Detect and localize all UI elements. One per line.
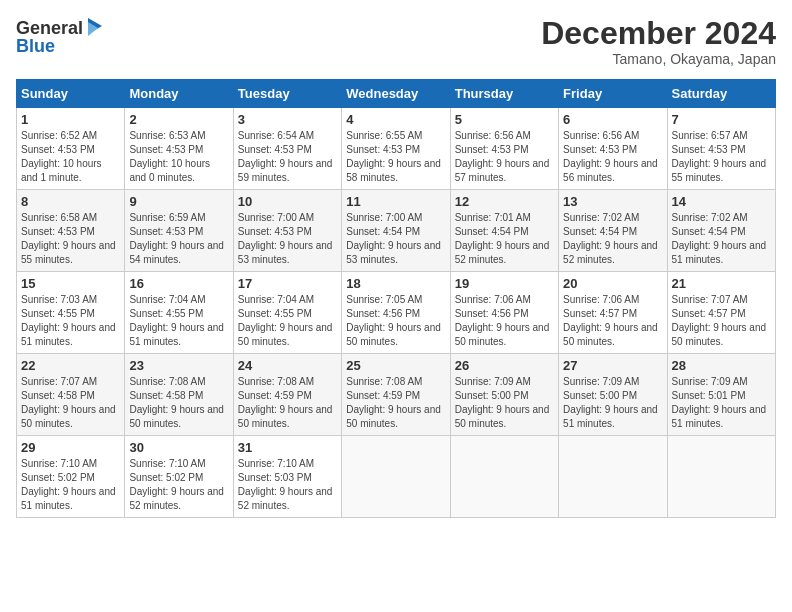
daylight-text: Daylight: 9 hours and 50 minutes. xyxy=(238,403,337,431)
sunset-text: Sunset: 4:54 PM xyxy=(455,225,554,239)
sunrise-text: Sunrise: 7:09 AM xyxy=(672,375,771,389)
day-number: 9 xyxy=(129,194,228,209)
sunset-text: Sunset: 4:54 PM xyxy=(346,225,445,239)
calendar-table: SundayMondayTuesdayWednesdayThursdayFrid… xyxy=(16,79,776,518)
sunset-text: Sunset: 4:56 PM xyxy=(455,307,554,321)
sunset-text: Sunset: 4:53 PM xyxy=(21,225,120,239)
day-number: 29 xyxy=(21,440,120,455)
sunset-text: Sunset: 4:59 PM xyxy=(346,389,445,403)
daylight-text: Daylight: 9 hours and 53 minutes. xyxy=(346,239,445,267)
calendar-cell: 19Sunrise: 7:06 AMSunset: 4:56 PMDayligh… xyxy=(450,272,558,354)
day-detail: Sunrise: 7:02 AMSunset: 4:54 PMDaylight:… xyxy=(563,211,662,267)
sunrise-text: Sunrise: 6:55 AM xyxy=(346,129,445,143)
day-number: 15 xyxy=(21,276,120,291)
sunrise-text: Sunrise: 6:56 AM xyxy=(455,129,554,143)
calendar-week-2: 8Sunrise: 6:58 AMSunset: 4:53 PMDaylight… xyxy=(17,190,776,272)
daylight-text: Daylight: 9 hours and 50 minutes. xyxy=(21,403,120,431)
calendar-cell: 6Sunrise: 6:56 AMSunset: 4:53 PMDaylight… xyxy=(559,108,667,190)
calendar-cell: 25Sunrise: 7:08 AMSunset: 4:59 PMDayligh… xyxy=(342,354,450,436)
day-detail: Sunrise: 6:55 AMSunset: 4:53 PMDaylight:… xyxy=(346,129,445,185)
page-title: December 2024 xyxy=(541,16,776,51)
sunrise-text: Sunrise: 7:02 AM xyxy=(563,211,662,225)
sunset-text: Sunset: 4:53 PM xyxy=(129,143,228,157)
day-detail: Sunrise: 7:02 AMSunset: 4:54 PMDaylight:… xyxy=(672,211,771,267)
calendar-cell: 20Sunrise: 7:06 AMSunset: 4:57 PMDayligh… xyxy=(559,272,667,354)
calendar-cell: 9Sunrise: 6:59 AMSunset: 4:53 PMDaylight… xyxy=(125,190,233,272)
sunrise-text: Sunrise: 6:59 AM xyxy=(129,211,228,225)
sunset-text: Sunset: 4:53 PM xyxy=(129,225,228,239)
calendar-cell xyxy=(450,436,558,518)
day-detail: Sunrise: 7:00 AMSunset: 4:53 PMDaylight:… xyxy=(238,211,337,267)
day-detail: Sunrise: 7:00 AMSunset: 4:54 PMDaylight:… xyxy=(346,211,445,267)
sunrise-text: Sunrise: 7:08 AM xyxy=(346,375,445,389)
day-detail: Sunrise: 7:09 AMSunset: 5:00 PMDaylight:… xyxy=(563,375,662,431)
calendar-cell: 3Sunrise: 6:54 AMSunset: 4:53 PMDaylight… xyxy=(233,108,341,190)
day-number: 17 xyxy=(238,276,337,291)
sunrise-text: Sunrise: 7:05 AM xyxy=(346,293,445,307)
calendar-cell: 22Sunrise: 7:07 AMSunset: 4:58 PMDayligh… xyxy=(17,354,125,436)
day-number: 5 xyxy=(455,112,554,127)
daylight-text: Daylight: 9 hours and 50 minutes. xyxy=(346,321,445,349)
calendar-cell: 5Sunrise: 6:56 AMSunset: 4:53 PMDaylight… xyxy=(450,108,558,190)
daylight-text: Daylight: 9 hours and 51 minutes. xyxy=(672,403,771,431)
sunrise-text: Sunrise: 7:06 AM xyxy=(455,293,554,307)
calendar-cell: 15Sunrise: 7:03 AMSunset: 4:55 PMDayligh… xyxy=(17,272,125,354)
calendar-week-4: 22Sunrise: 7:07 AMSunset: 4:58 PMDayligh… xyxy=(17,354,776,436)
sunset-text: Sunset: 5:01 PM xyxy=(672,389,771,403)
daylight-text: Daylight: 9 hours and 53 minutes. xyxy=(238,239,337,267)
sunset-text: Sunset: 4:53 PM xyxy=(346,143,445,157)
day-number: 2 xyxy=(129,112,228,127)
day-number: 26 xyxy=(455,358,554,373)
sunrise-text: Sunrise: 7:10 AM xyxy=(21,457,120,471)
daylight-text: Daylight: 9 hours and 58 minutes. xyxy=(346,157,445,185)
day-number: 27 xyxy=(563,358,662,373)
calendar-cell: 4Sunrise: 6:55 AMSunset: 4:53 PMDaylight… xyxy=(342,108,450,190)
calendar-cell: 7Sunrise: 6:57 AMSunset: 4:53 PMDaylight… xyxy=(667,108,775,190)
daylight-text: Daylight: 9 hours and 51 minutes. xyxy=(21,321,120,349)
day-detail: Sunrise: 6:52 AMSunset: 4:53 PMDaylight:… xyxy=(21,129,120,185)
calendar-cell: 28Sunrise: 7:09 AMSunset: 5:01 PMDayligh… xyxy=(667,354,775,436)
day-number: 6 xyxy=(563,112,662,127)
header-thursday: Thursday xyxy=(450,80,558,108)
sunrise-text: Sunrise: 7:00 AM xyxy=(238,211,337,225)
daylight-text: Daylight: 9 hours and 50 minutes. xyxy=(129,403,228,431)
calendar-cell: 13Sunrise: 7:02 AMSunset: 4:54 PMDayligh… xyxy=(559,190,667,272)
sunrise-text: Sunrise: 7:09 AM xyxy=(563,375,662,389)
sunset-text: Sunset: 4:59 PM xyxy=(238,389,337,403)
sunset-text: Sunset: 4:55 PM xyxy=(21,307,120,321)
sunset-text: Sunset: 4:55 PM xyxy=(238,307,337,321)
day-number: 23 xyxy=(129,358,228,373)
header-sunday: Sunday xyxy=(17,80,125,108)
calendar-cell: 8Sunrise: 6:58 AMSunset: 4:53 PMDaylight… xyxy=(17,190,125,272)
daylight-text: Daylight: 9 hours and 51 minutes. xyxy=(21,485,120,513)
day-number: 21 xyxy=(672,276,771,291)
day-number: 22 xyxy=(21,358,120,373)
sunset-text: Sunset: 4:53 PM xyxy=(21,143,120,157)
calendar-cell: 30Sunrise: 7:10 AMSunset: 5:02 PMDayligh… xyxy=(125,436,233,518)
daylight-text: Daylight: 9 hours and 54 minutes. xyxy=(129,239,228,267)
daylight-text: Daylight: 9 hours and 52 minutes. xyxy=(563,239,662,267)
sunrise-text: Sunrise: 7:08 AM xyxy=(238,375,337,389)
day-detail: Sunrise: 7:04 AMSunset: 4:55 PMDaylight:… xyxy=(129,293,228,349)
day-detail: Sunrise: 6:58 AMSunset: 4:53 PMDaylight:… xyxy=(21,211,120,267)
day-detail: Sunrise: 6:53 AMSunset: 4:53 PMDaylight:… xyxy=(129,129,228,185)
day-number: 31 xyxy=(238,440,337,455)
day-number: 28 xyxy=(672,358,771,373)
sunrise-text: Sunrise: 7:00 AM xyxy=(346,211,445,225)
sunset-text: Sunset: 4:53 PM xyxy=(238,225,337,239)
day-number: 16 xyxy=(129,276,228,291)
day-number: 8 xyxy=(21,194,120,209)
daylight-text: Daylight: 9 hours and 52 minutes. xyxy=(455,239,554,267)
daylight-text: Daylight: 9 hours and 50 minutes. xyxy=(563,321,662,349)
day-detail: Sunrise: 7:09 AMSunset: 5:01 PMDaylight:… xyxy=(672,375,771,431)
day-detail: Sunrise: 6:59 AMSunset: 4:53 PMDaylight:… xyxy=(129,211,228,267)
calendar-cell: 21Sunrise: 7:07 AMSunset: 4:57 PMDayligh… xyxy=(667,272,775,354)
daylight-text: Daylight: 9 hours and 50 minutes. xyxy=(455,321,554,349)
sunrise-text: Sunrise: 7:06 AM xyxy=(563,293,662,307)
sunrise-text: Sunrise: 7:10 AM xyxy=(129,457,228,471)
daylight-text: Daylight: 9 hours and 52 minutes. xyxy=(238,485,337,513)
logo: GeneralBlue xyxy=(16,16,106,56)
day-number: 14 xyxy=(672,194,771,209)
sunrise-text: Sunrise: 7:09 AM xyxy=(455,375,554,389)
calendar-cell: 23Sunrise: 7:08 AMSunset: 4:58 PMDayligh… xyxy=(125,354,233,436)
